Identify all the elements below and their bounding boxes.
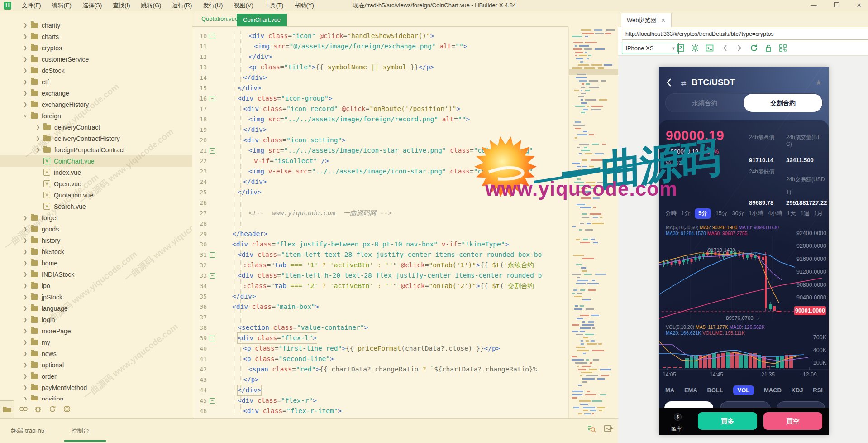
chevron-icon[interactable]: ❯ — [23, 306, 28, 311]
back-icon[interactable] — [720, 43, 730, 53]
code-line-28[interactable]: 28 — [192, 218, 568, 229]
code-line-22[interactable]: 22v-if="isCollect" /> — [192, 156, 568, 166]
fold-marker-icon[interactable]: − — [210, 336, 215, 341]
code-line-26[interactable]: 26 — [192, 197, 568, 208]
code-line-31[interactable]: 31−<div class="item-left text-28 flex ju… — [192, 250, 568, 260]
timeframe-30分[interactable]: 30分 — [732, 210, 744, 217]
refresh-icon[interactable] — [749, 43, 758, 53]
code-line-12[interactable]: 12</div> — [192, 52, 568, 62]
tree-item-login[interactable]: ❯login — [0, 314, 192, 325]
chevron-icon[interactable]: ❯ — [35, 136, 41, 141]
menu-item[interactable]: 工具(T) — [259, 1, 289, 10]
tree-item-hkstock[interactable]: ❯hkStock — [0, 246, 192, 257]
code-line-24[interactable]: 24</div> — [192, 177, 568, 187]
timeframe-15分[interactable]: 15分 — [715, 210, 727, 217]
code-line-38[interactable]: 38<section class="value-container"> — [192, 323, 568, 333]
chevron-icon[interactable]: ❯ — [23, 340, 28, 345]
code-line-17[interactable]: 17<div class="icon record" @click="onRou… — [192, 104, 568, 114]
terminal-icon[interactable] — [705, 43, 714, 53]
code-line-25[interactable]: 25</div> — [192, 187, 568, 197]
code-line-41[interactable]: 41<p class="second-line"> — [192, 354, 568, 364]
filter-search-icon[interactable] — [587, 424, 596, 434]
timeframe-1分[interactable]: 1分 — [681, 210, 690, 217]
rate-coin-icon[interactable]: $ — [674, 413, 682, 421]
tree-item-goods[interactable]: ❯goods — [0, 223, 192, 235]
tree-item-coinchart-vue[interactable]: VCoinChart.vue — [0, 155, 192, 167]
buy-short-button[interactable]: 買空 — [763, 412, 822, 430]
browser-tab-close-icon[interactable]: ✕ — [661, 17, 666, 24]
fold-marker-icon[interactable]: − — [210, 398, 215, 404]
tree-item-deliverycontracthistory[interactable]: ❯deliveryContractHistory — [0, 133, 192, 144]
chevron-icon[interactable]: ❯ — [23, 385, 28, 390]
settings-gear-icon[interactable] — [691, 43, 700, 53]
menu-item[interactable]: 跳转(G) — [136, 1, 167, 10]
chevron-icon[interactable]: ❯ — [23, 226, 28, 232]
code-line-11[interactable]: 11<img src="@/assets/image/foreign/excha… — [192, 41, 568, 52]
menu-item[interactable]: 编辑(E) — [47, 1, 77, 10]
tree-item-foreign[interactable]: ∨foreign — [0, 110, 192, 121]
timeframe-1月[interactable]: 1月 — [814, 210, 822, 217]
menu-item[interactable]: 运行(R) — [167, 1, 197, 10]
chevron-icon[interactable]: ❯ — [23, 317, 28, 323]
url-input[interactable]: http://localhost:333/#/cryptos/trendDeta… — [622, 29, 868, 40]
chevron-icon[interactable]: ❯ — [35, 125, 41, 130]
tree-item-paymentmethod[interactable]: ❯payMentMethod — [0, 382, 192, 393]
chevron-icon[interactable]: ❯ — [23, 396, 28, 401]
chevron-icon[interactable]: ❯ — [23, 91, 28, 96]
project-view-tab[interactable] — [0, 400, 14, 419]
code-line-39[interactable]: 39−<div class="flex-l"> — [192, 333, 568, 343]
menu-item[interactable]: 视图(V) — [228, 1, 258, 10]
unlock-icon[interactable] — [764, 43, 773, 53]
code-line-33[interactable]: 33−<div class="item-left h-20 text-28 fl… — [192, 270, 568, 281]
chevron-icon[interactable]: ∨ — [23, 113, 28, 119]
swap-pair-icon[interactable]: ⇄ — [681, 79, 687, 87]
tree-item-exchangehistory[interactable]: ❯exchangeHistory — [0, 99, 192, 110]
chevron-icon[interactable]: ❯ — [23, 374, 28, 379]
tree-item-news[interactable]: ❯news — [0, 348, 192, 359]
tab-coinchart-vue[interactable]: CoinChart.vue — [237, 14, 287, 26]
buy-long-button[interactable]: 買多 — [698, 412, 757, 430]
indicator-rsi[interactable]: RSI — [813, 387, 823, 394]
code-line-19[interactable]: 19</div> — [192, 125, 568, 135]
tree-item-home[interactable]: ❯home — [0, 257, 192, 269]
code-line-40[interactable]: 40<p class="first-line red">{{ priceForm… — [192, 343, 568, 354]
qr-code-icon[interactable] — [778, 43, 787, 53]
code-line-32[interactable]: 32:class="tab === '1' ? 'activeBtn' : ''… — [192, 260, 568, 270]
menu-item[interactable]: 发行(U) — [197, 1, 228, 10]
chevron-icon[interactable]: ❯ — [23, 45, 28, 51]
indicator-boll[interactable]: BOLL — [707, 387, 723, 394]
timeframe-4小時[interactable]: 4小時 — [768, 210, 782, 217]
chevron-icon[interactable]: ❯ — [23, 294, 28, 300]
device-selector[interactable]: iPhone XS▼ — [622, 43, 679, 54]
tree-item-indiastock[interactable]: ❯INDIAStock — [0, 269, 192, 280]
restore-button[interactable] — [827, 0, 845, 11]
code-line-27[interactable]: 27<!-- www.yiqucode.com 一曲源码网 --> — [192, 208, 568, 218]
tree-item-forget[interactable]: ❯forget — [0, 212, 192, 223]
tree-item-search-vue[interactable]: VSearch.vue — [0, 201, 192, 212]
indicator-ema[interactable]: EMA — [684, 387, 697, 394]
tree-item-order[interactable]: ❯order — [0, 371, 192, 382]
browser-tab[interactable]: Web浏览器 ✕ — [621, 13, 672, 27]
menu-item[interactable]: 选择(S) — [77, 1, 107, 10]
chevron-icon[interactable]: ❯ — [23, 362, 28, 368]
tab-console[interactable]: 控制台 — [71, 427, 90, 435]
back-chevron-icon[interactable] — [666, 78, 672, 87]
editor-minimap[interactable] — [568, 27, 619, 418]
refresh-icon[interactable] — [48, 404, 57, 414]
tree-item-foreignperpetualcontract[interactable]: ❯foreignPerpetualContract — [0, 144, 192, 155]
tab-perpetual-contract[interactable]: 永續合約 — [666, 94, 744, 112]
chevron-icon[interactable]: ❯ — [23, 238, 28, 243]
tree-item-customerservice[interactable]: ❯customerService — [0, 53, 192, 65]
chevron-icon[interactable]: ❯ — [23, 102, 28, 107]
tree-item-destock[interactable]: ❯deStock — [0, 65, 192, 76]
code-line-43[interactable]: 43</p> — [192, 375, 568, 385]
chevron-icon[interactable]: ❯ — [23, 68, 28, 73]
minimize-button[interactable]: — — [805, 0, 823, 11]
code-line-44[interactable]: 44</div> — [192, 385, 568, 395]
tree-item-optional[interactable]: ❯optional — [0, 359, 192, 371]
fold-marker-icon[interactable]: − — [210, 34, 215, 39]
web-globe-icon[interactable] — [62, 404, 72, 414]
fold-marker-icon[interactable]: − — [210, 252, 215, 258]
code-line-36[interactable]: 36<div class="main-box"> — [192, 302, 568, 312]
chevron-icon[interactable]: ❯ — [23, 283, 28, 289]
